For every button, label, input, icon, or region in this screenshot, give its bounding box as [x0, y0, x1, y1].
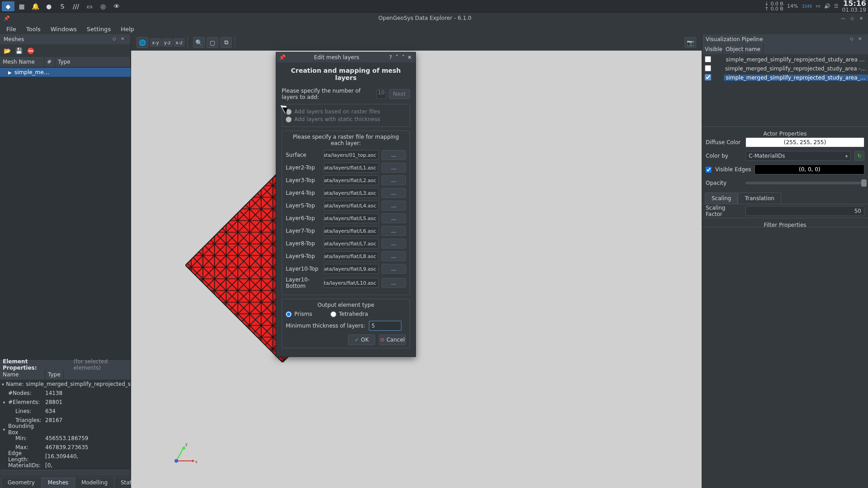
taskbar-app[interactable]: ▭	[83, 1, 96, 11]
close-panel-icon[interactable]: ✕	[121, 36, 127, 42]
globe-icon[interactable]: 🌐	[137, 37, 148, 48]
browse-button[interactable]: ...	[382, 278, 406, 288]
visible-edges-checkbox[interactable]	[706, 167, 712, 173]
pipeline-item[interactable]: simple_merged_simplify_reprojected_study…	[702, 55, 868, 64]
ok-button[interactable]: ✓OK	[348, 334, 375, 345]
pipeline-item[interactable]: simple_merged_simplify_reprojected_study…	[702, 64, 868, 73]
svg-point-6	[175, 459, 178, 463]
actor-props-title: Actor Properties	[702, 127, 868, 136]
dialog-shade-icon[interactable]: ˅	[394, 54, 400, 61]
layer-path-input[interactable]: ylt/data/layers/flat/L5.asc	[324, 213, 379, 223]
browse-button[interactable]: ...	[382, 264, 406, 274]
browse-button[interactable]: ...	[382, 251, 406, 261]
browse-button[interactable]: ...	[382, 175, 406, 185]
visibility-checkbox[interactable]	[705, 65, 711, 71]
clock[interactable]: 15:16 01.03.19	[842, 0, 866, 13]
close-panel-icon[interactable]: ✕	[858, 36, 864, 42]
taskbar-app[interactable]: S	[56, 1, 69, 11]
layer-path-input[interactable]: ylt/data/layers/flat/L6.asc	[324, 226, 379, 236]
edge-color-field[interactable]: (0, 0, 0)	[755, 164, 864, 174]
layer-path-input[interactable]: ylt/data/layers/flat/L9.asc	[324, 264, 379, 274]
meshes-panel-header: Meshes ◇ ✕	[0, 34, 131, 44]
bbox-icon[interactable]: ▢	[207, 37, 218, 48]
layer-path-input[interactable]: ylt/data/layers/flat/L1.asc	[324, 163, 379, 173]
menu-help[interactable]: Help	[116, 24, 139, 34]
minimize-button[interactable]: —	[840, 15, 846, 21]
browse-button[interactable]: ...	[382, 163, 406, 173]
add-static-radio[interactable]: Add layers with static thickness	[286, 116, 406, 122]
3d-viewport[interactable]: x y	[131, 51, 702, 488]
browse-button[interactable]: ...	[382, 213, 406, 223]
visibility-checkbox[interactable]	[705, 56, 711, 62]
tab-modelling[interactable]: Modelling	[75, 477, 114, 488]
browse-button[interactable]: ...	[382, 188, 406, 198]
diffuse-color-field[interactable]: (255, 255, 255)	[745, 137, 864, 147]
taskbar-app[interactable]: 👁	[110, 1, 123, 11]
layer-path-input[interactable]: ylt/data/layers/flat/L8.asc	[324, 251, 379, 261]
pipeline-item[interactable]: simple_merged_simplify_reprojected_study…	[702, 73, 868, 82]
menu-tools[interactable]: Tools	[22, 24, 45, 34]
tray-display-icon[interactable]: ▭	[816, 3, 820, 9]
layer-path-input[interactable]: ylt/data/layers/flat/L10.asc	[324, 278, 379, 288]
visibility-checkbox[interactable]	[705, 74, 711, 80]
menu-windows[interactable]: Windows	[46, 24, 81, 34]
prisms-radio[interactable]: Prisms	[286, 311, 312, 317]
add-raster-radio[interactable]: Add layers based on raster files	[286, 108, 406, 115]
dialog-help-icon[interactable]: ?	[387, 54, 394, 61]
layer-path-input[interactable]: ylt/data/layers/01_top.asc	[324, 150, 379, 160]
tab-meshes[interactable]: Meshes	[41, 477, 75, 488]
float-icon[interactable]: ◇	[850, 36, 856, 42]
next-button[interactable]: Next	[389, 89, 410, 99]
maximize-button[interactable]: ◇	[849, 15, 855, 21]
layer-path-input[interactable]: ylt/data/layers/flat/L2.asc	[324, 175, 379, 185]
dialog-close-icon[interactable]: ✕	[406, 54, 413, 61]
taskbar-app[interactable]: ●	[42, 1, 55, 11]
pin-icon[interactable]: 📌	[4, 15, 10, 21]
layer-label: Layer9-Top	[286, 253, 321, 259]
browse-button[interactable]: ...	[382, 226, 406, 236]
horizontal-scrollbar[interactable]	[0, 470, 131, 476]
layer-path-input[interactable]: ylt/data/layers/flat/L4.asc	[324, 201, 379, 211]
browse-button[interactable]: ...	[382, 150, 406, 160]
dialog-collapse-icon[interactable]: ˄	[400, 54, 406, 61]
float-icon[interactable]: ◇	[113, 36, 119, 42]
refresh-colormap-button[interactable]: ↻	[854, 151, 864, 161]
tetra-radio[interactable]: Tetrahedra	[330, 311, 368, 317]
wireframe-icon[interactable]: ⧉	[220, 37, 232, 48]
opacity-slider[interactable]	[745, 182, 864, 184]
dialog-pin-icon[interactable]: 📌	[279, 54, 286, 61]
screenshot-icon[interactable]: 📷	[684, 37, 696, 48]
tab-geometry[interactable]: Geometry	[1, 477, 42, 488]
taskbar-app[interactable]: ▦	[15, 1, 28, 11]
min-thickness-input[interactable]	[369, 321, 401, 331]
taskbar-app[interactable]: ///	[70, 1, 82, 11]
save-icon[interactable]: 💾	[14, 46, 24, 55]
layer-path-input[interactable]: ylt/data/layers/flat/L7.asc	[324, 239, 379, 249]
num-layers-input[interactable]: 10	[377, 89, 386, 99]
open-icon[interactable]: 📂	[3, 46, 12, 55]
cancel-button[interactable]: ⊘Cancel	[379, 334, 406, 345]
xy-view-button[interactable]: x-y	[150, 38, 161, 47]
scaling-factor-field[interactable]: 50	[745, 206, 864, 216]
xz-view-button[interactable]: x-z	[174, 38, 184, 47]
menu-settings[interactable]: Settings	[82, 24, 115, 34]
yz-view-button[interactable]: y-z	[162, 38, 173, 47]
close-button[interactable]: ✕	[858, 15, 864, 21]
layer-label: Surface	[286, 152, 321, 158]
browse-button[interactable]: ...	[382, 201, 406, 211]
taskbar-app[interactable]: 🔔	[29, 1, 42, 11]
tab-scaling[interactable]: Scaling	[705, 192, 738, 204]
tray-menu-icon[interactable]: ☰	[834, 3, 839, 9]
tab-translation[interactable]: Translation	[738, 192, 781, 204]
menu-file[interactable]: File	[2, 24, 21, 34]
delete-icon[interactable]: ⛔	[26, 46, 35, 55]
mesh-tree-item[interactable]: ▶simple_merge...	[0, 68, 131, 77]
zoom-icon[interactable]: 🔍	[193, 37, 205, 48]
taskbar-app[interactable]: ◆	[2, 1, 14, 11]
color-by-dropdown[interactable]: C-MaterialIDs	[745, 151, 851, 161]
taskbar-app[interactable]: ◎	[97, 1, 109, 11]
layer-path-input[interactable]: ylt/data/layers/flat/L3.asc	[324, 188, 379, 198]
opacity-label: Opacity	[706, 180, 742, 186]
browse-button[interactable]: ...	[382, 239, 406, 249]
tray-volume-icon[interactable]: 🔊	[824, 3, 830, 9]
